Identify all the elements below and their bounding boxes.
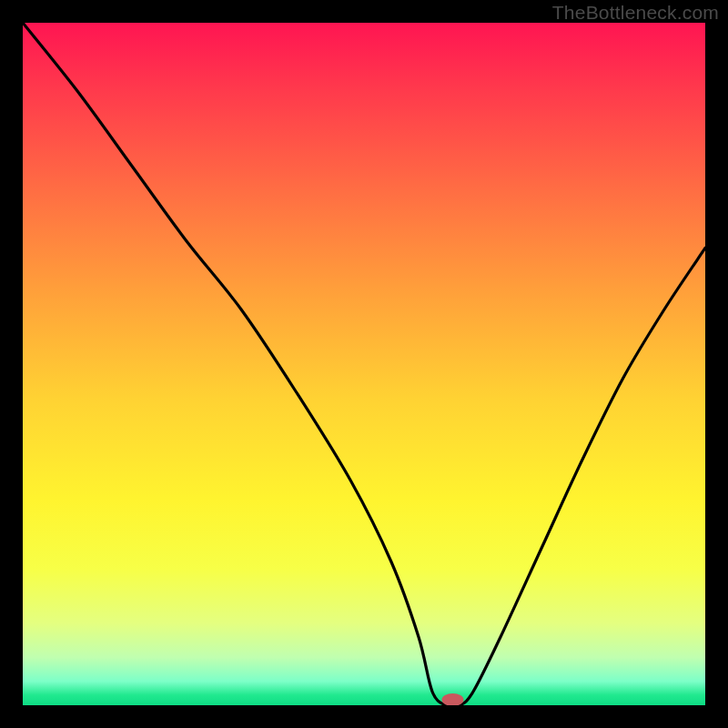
plot-area [23, 23, 705, 705]
gradient-background [23, 23, 705, 705]
watermark-text: TheBottleneck.com [552, 2, 719, 24]
chart-frame: TheBottleneck.com [0, 0, 728, 728]
bottleneck-chart [23, 23, 705, 705]
